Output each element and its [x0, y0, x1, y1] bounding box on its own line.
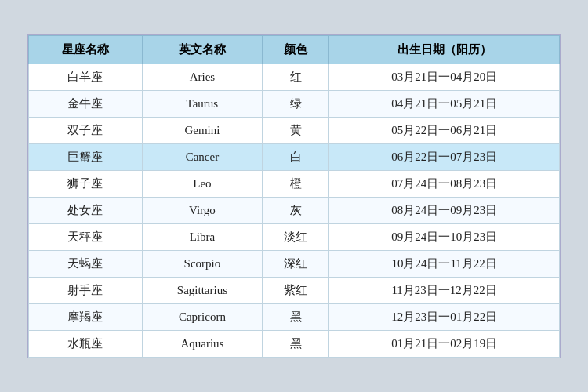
cell-chinese: 射手座	[29, 277, 143, 303]
cell-color: 黑	[262, 303, 328, 330]
table-row: 狮子座Leo橙07月24日一08月23日	[29, 170, 560, 197]
cell-chinese: 摩羯座	[29, 303, 143, 330]
header-english-name: 英文名称	[142, 35, 262, 64]
cell-color: 灰	[262, 197, 328, 223]
cell-chinese: 巨蟹座	[29, 143, 143, 170]
cell-english: Aries	[142, 64, 262, 90]
header-dates: 出生日期（阳历）	[329, 35, 560, 64]
cell-english: Taurus	[142, 90, 262, 117]
cell-dates: 09月24日一10月23日	[329, 223, 560, 250]
table-row: 射手座Sagittarius紫红11月23日一12月22日	[29, 277, 560, 303]
cell-dates: 07月24日一08月23日	[329, 170, 560, 197]
cell-color: 紫红	[262, 277, 328, 303]
table-row: 水瓶座Aquarius黑01月21日一02月19日	[29, 330, 560, 357]
cell-color: 深红	[262, 250, 328, 277]
cell-color: 绿	[262, 90, 328, 117]
table-body: 白羊座Aries红03月21日一04月20日金牛座Taurus绿04月21日一0…	[29, 64, 560, 357]
cell-dates: 11月23日一12月22日	[329, 277, 560, 303]
cell-english: Leo	[142, 170, 262, 197]
cell-chinese: 天蝎座	[29, 250, 143, 277]
cell-color: 白	[262, 143, 328, 170]
table-row: 天蝎座Scorpio深红10月24日一11月22日	[29, 250, 560, 277]
cell-dates: 10月24日一11月22日	[329, 250, 560, 277]
cell-dates: 08月24日一09月23日	[329, 197, 560, 223]
table-row: 双子座Gemini黄05月22日一06月21日	[29, 117, 560, 143]
cell-color: 橙	[262, 170, 328, 197]
zodiac-table-wrapper: 星座名称 英文名称 颜色 出生日期（阳历） 白羊座Aries红03月21日一04…	[27, 34, 561, 358]
cell-english: Capricorn	[142, 303, 262, 330]
cell-chinese: 处女座	[29, 197, 143, 223]
cell-english: Cancer	[142, 143, 262, 170]
table-header-row: 星座名称 英文名称 颜色 出生日期（阳历）	[29, 35, 560, 64]
cell-chinese: 水瓶座	[29, 330, 143, 357]
cell-english: Gemini	[142, 117, 262, 143]
cell-english: Scorpio	[142, 250, 262, 277]
cell-dates: 01月21日一02月19日	[329, 330, 560, 357]
cell-english: Libra	[142, 223, 262, 250]
cell-dates: 05月22日一06月21日	[329, 117, 560, 143]
cell-dates: 03月21日一04月20日	[329, 64, 560, 90]
cell-chinese: 白羊座	[29, 64, 143, 90]
cell-chinese: 狮子座	[29, 170, 143, 197]
cell-english: Sagittarius	[142, 277, 262, 303]
cell-english: Aquarius	[142, 330, 262, 357]
cell-chinese: 双子座	[29, 117, 143, 143]
cell-color: 淡红	[262, 223, 328, 250]
table-row: 白羊座Aries红03月21日一04月20日	[29, 64, 560, 90]
cell-dates: 12月23日一01月22日	[329, 303, 560, 330]
zodiac-table: 星座名称 英文名称 颜色 出生日期（阳历） 白羊座Aries红03月21日一04…	[28, 35, 560, 358]
cell-color: 黄	[262, 117, 328, 143]
table-row: 巨蟹座Cancer白06月22日一07月23日	[29, 143, 560, 170]
cell-color: 红	[262, 64, 328, 90]
cell-dates: 06月22日一07月23日	[329, 143, 560, 170]
table-row: 天秤座Libra淡红09月24日一10月23日	[29, 223, 560, 250]
cell-english: Virgo	[142, 197, 262, 223]
cell-chinese: 金牛座	[29, 90, 143, 117]
cell-chinese: 天秤座	[29, 223, 143, 250]
header-chinese-name: 星座名称	[29, 35, 143, 64]
cell-dates: 04月21日一05月21日	[329, 90, 560, 117]
header-color: 颜色	[262, 35, 328, 64]
table-row: 处女座Virgo灰08月24日一09月23日	[29, 197, 560, 223]
table-row: 金牛座Taurus绿04月21日一05月21日	[29, 90, 560, 117]
table-row: 摩羯座Capricorn黑12月23日一01月22日	[29, 303, 560, 330]
cell-color: 黑	[262, 330, 328, 357]
